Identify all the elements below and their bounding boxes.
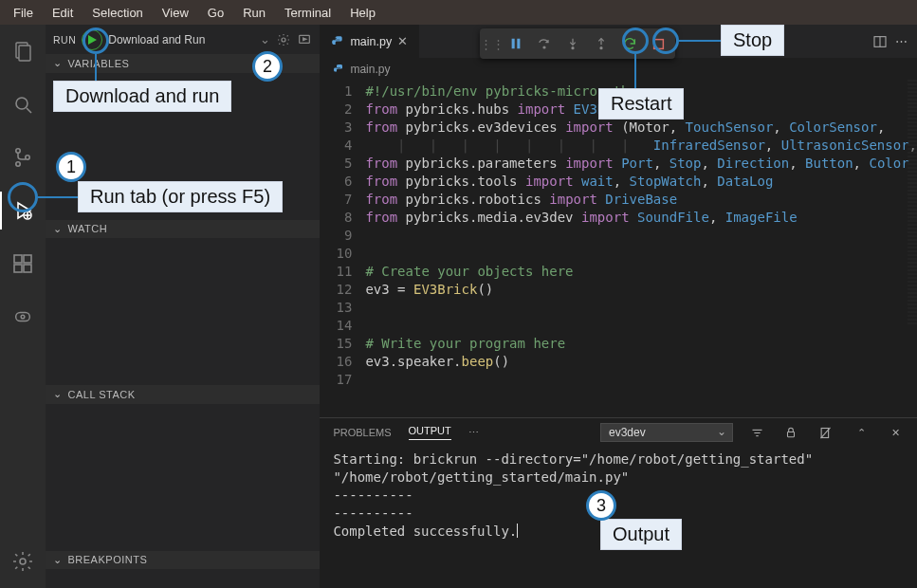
chevron-down-icon: ⌄ [53, 57, 63, 69]
close-tab-icon[interactable]: ✕ [397, 34, 408, 48]
svg-rect-13 [14, 265, 22, 272]
section-label: VARIABLES [68, 58, 130, 69]
explorer-icon[interactable] [0, 32, 46, 70]
bottom-panel: PROBLEMS OUTPUT ⋯ ev3dev ⌃ ✕ Starting: b… [320, 417, 917, 588]
filter-icon[interactable] [750, 426, 767, 440]
menu-help[interactable]: Help [342, 3, 383, 23]
annotation-label-2: Download and run [53, 81, 231, 112]
editor-tab-main-py[interactable]: main.py ✕ [320, 25, 419, 58]
panel-close-icon[interactable]: ✕ [887, 427, 904, 439]
svg-point-4 [16, 149, 20, 153]
annotation-label-1: Run tab (or press F5) [78, 181, 283, 212]
panel-more-icon[interactable]: ⋯ [468, 427, 479, 439]
split-editor-icon[interactable] [872, 34, 888, 49]
line-number-gutter: 1234567891011121314151617 [320, 81, 365, 417]
debug-config-name[interactable]: Download and Run [108, 33, 254, 46]
tab-filename: main.py [350, 35, 392, 48]
search-icon[interactable] [0, 85, 46, 123]
svg-point-36 [600, 47, 602, 49]
annotation-badge-1: 1 [56, 152, 86, 182]
svg-point-17 [20, 559, 26, 564]
source-control-icon[interactable] [0, 138, 46, 176]
svg-point-16 [21, 315, 25, 319]
debug-console-icon[interactable] [297, 32, 312, 47]
callstack-section-body [46, 404, 320, 551]
svg-point-5 [16, 162, 20, 166]
svg-point-32 [543, 46, 545, 48]
menu-terminal[interactable]: Terminal [277, 3, 339, 23]
minimap[interactable] [908, 80, 917, 326]
breadcrumb-file: main.py [350, 63, 390, 76]
section-label: BREAKPOINTS [68, 554, 148, 565]
code-editor[interactable]: 1234567891011121314151617 #!/usr/bin/env… [320, 81, 917, 417]
chevron-down-icon: ⌄ [53, 388, 63, 400]
svg-line-3 [27, 108, 31, 113]
callstack-section-header[interactable]: ⌄ CALL STACK [46, 385, 320, 404]
step-into-button[interactable] [559, 31, 586, 56]
watch-section-header[interactable]: ⌄ WATCH [46, 220, 320, 239]
annotation-label-stop: Stop [721, 25, 784, 56]
annotation-badge-2: 2 [252, 51, 283, 82]
section-label: WATCH [68, 223, 108, 234]
annotation-label-3: Output [600, 519, 682, 550]
step-over-button[interactable] [531, 31, 558, 56]
chevron-down-icon: ⌄ [53, 223, 63, 235]
pause-button[interactable] [503, 31, 529, 56]
menu-selection[interactable]: Selection [84, 3, 150, 23]
lock-scroll-icon[interactable] [784, 426, 801, 439]
svg-rect-15 [16, 312, 30, 321]
python-file-icon [331, 35, 344, 48]
annotation-badge-3: 3 [586, 490, 616, 521]
svg-marker-21 [303, 38, 306, 41]
extensions-icon[interactable] [0, 245, 46, 283]
python-file-icon [333, 64, 344, 75]
activity-bar [0, 25, 46, 588]
svg-point-34 [572, 47, 574, 49]
code-lines: #!/usr/bin/env pybricks-micropythonfrom … [365, 81, 917, 417]
breadcrumb[interactable]: main.py [320, 58, 917, 81]
menu-go[interactable]: Go [200, 3, 231, 23]
svg-rect-27 [788, 432, 795, 436]
output-channel-dropdown[interactable]: ev3dev [600, 423, 733, 442]
drag-handle-icon[interactable]: ⋮⋮ [484, 31, 501, 56]
svg-point-6 [26, 156, 29, 159]
panel-tab-output[interactable]: OUTPUT [409, 425, 451, 440]
chevron-down-icon[interactable]: ⌄ [260, 32, 270, 46]
device-icon[interactable] [0, 298, 46, 336]
more-actions-icon[interactable]: ⋯ [895, 34, 908, 48]
menu-bar: File Edit Selection View Go Run Terminal… [0, 0, 917, 25]
svg-rect-1 [19, 46, 30, 61]
run-label: RUN [53, 34, 76, 46]
svg-rect-12 [24, 255, 31, 263]
menu-edit[interactable]: Edit [45, 3, 81, 23]
output-text: Starting: brickrun --directory="/home/ro… [333, 451, 820, 539]
svg-rect-14 [24, 265, 31, 272]
menu-view[interactable]: View [155, 3, 196, 23]
panel-maximize-icon[interactable]: ⌃ [853, 427, 870, 439]
svg-point-2 [16, 98, 28, 109]
settings-gear-icon[interactable] [0, 542, 46, 580]
svg-point-19 [282, 38, 285, 42]
breakpoints-section-body [46, 569, 320, 588]
svg-rect-11 [14, 255, 22, 263]
panel-tab-problems[interactable]: PROBLEMS [333, 427, 391, 438]
menu-run[interactable]: Run [235, 3, 273, 23]
watch-section-body [46, 238, 320, 385]
svg-rect-30 [512, 39, 515, 49]
clear-output-icon[interactable] [818, 426, 835, 440]
output-body[interactable]: Starting: brickrun --directory="/home/ro… [320, 447, 917, 588]
svg-rect-31 [517, 39, 520, 49]
menu-file[interactable]: File [6, 3, 41, 23]
step-out-button[interactable] [588, 31, 614, 56]
chevron-down-icon: ⌄ [53, 554, 63, 566]
section-label: CALL STACK [68, 389, 136, 400]
annotation-label-restart: Restart [598, 88, 684, 119]
breakpoints-section-header[interactable]: ⌄ BREAKPOINTS [46, 551, 320, 570]
debug-settings-gear-icon[interactable] [276, 32, 291, 47]
